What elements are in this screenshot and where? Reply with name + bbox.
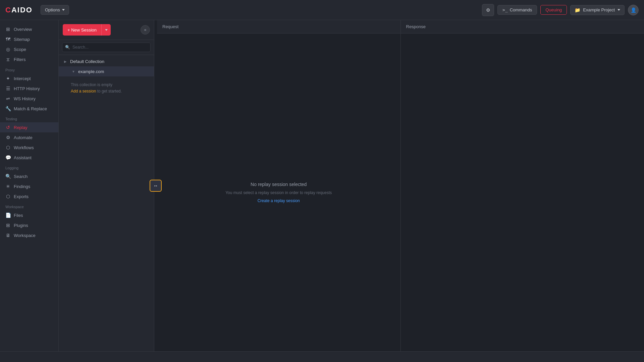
- header-actions: ⚙ >_ Commands Queuing 📁 Example Project …: [482, 4, 639, 16]
- files-icon: 📄: [5, 213, 11, 218]
- intercept-icon: ✦: [5, 76, 11, 81]
- resize-icon: ↔: [153, 183, 158, 188]
- new-session-button[interactable]: + New Session: [63, 24, 101, 36]
- sidebar: ⊞ Overview 🗺 Sitemap ◎ Scope ⧖ Filters P…: [0, 20, 59, 351]
- sidebar-item-findings[interactable]: ✳ Findings: [0, 181, 58, 191]
- plugins-icon: ⊞: [5, 223, 11, 228]
- sidebar-item-workspace[interactable]: 🖥 Workspace: [0, 230, 58, 240]
- scope-icon: ◎: [5, 47, 11, 52]
- new-session-group: + New Session: [63, 24, 111, 36]
- sidebar-item-plugins[interactable]: ⊞ Plugins: [0, 220, 58, 230]
- session-search-input[interactable]: [62, 43, 151, 52]
- expand-icon: ▼: [71, 69, 76, 74]
- new-session-dropdown-button[interactable]: [101, 24, 111, 36]
- collection-item-default[interactable]: ▶ Default Collection: [59, 56, 154, 66]
- replay-icon: ↺: [5, 125, 11, 130]
- response-label: Response: [406, 24, 426, 29]
- main: ⊞ Overview 🗺 Sitemap ◎ Scope ⧖ Filters P…: [0, 20, 644, 351]
- avatar[interactable]: 👤: [628, 5, 639, 15]
- sidebar-item-exports[interactable]: ⬡ Exports: [0, 191, 58, 201]
- sidebar-item-ws-history[interactable]: ⇌ WS History: [0, 94, 58, 104]
- automate-icon: ⚙: [5, 135, 11, 140]
- logo: CAIDO: [5, 6, 33, 14]
- proxy-section-label: Proxy: [0, 65, 58, 73]
- response-panel-header: Response: [401, 20, 644, 34]
- filters-icon: ⧖: [5, 57, 11, 62]
- match-replace-icon: 🔧: [5, 106, 11, 111]
- chevron-down-icon: [618, 9, 620, 11]
- sidebar-item-scope[interactable]: ◎ Scope: [0, 44, 58, 54]
- collapse-icon: «: [144, 27, 147, 32]
- queuing-button[interactable]: Queuing: [540, 5, 567, 15]
- sidebar-item-label: Files: [14, 213, 23, 218]
- sidebar-item-assistant[interactable]: 💬 Assistant: [0, 153, 58, 163]
- chevron-down-icon: [62, 9, 65, 11]
- session-panel: + New Session « 🔍 ▶: [59, 20, 154, 351]
- sidebar-item-overview[interactable]: ⊞ Overview: [0, 24, 58, 34]
- sidebar-item-label: Sitemap: [14, 37, 30, 42]
- sidebar-item-replay[interactable]: ↺ Replay: [0, 122, 58, 132]
- empty-message: This collection is empty Add a session t…: [59, 76, 154, 100]
- search-box: 🔍: [59, 40, 154, 55]
- workspace-section-label: Workspace: [0, 201, 58, 210]
- sidebar-item-intercept[interactable]: ✦ Intercept: [0, 73, 58, 83]
- sidebar-item-label: Plugins: [14, 223, 28, 228]
- overview-icon: ⊞: [5, 26, 11, 32]
- commands-button[interactable]: >_ Commands: [497, 5, 537, 15]
- sidebar-item-match-replace[interactable]: 🔧 Match & Replace: [0, 104, 58, 114]
- sidebar-item-label: Scope: [14, 47, 26, 52]
- sidebar-item-label: Search: [14, 174, 28, 179]
- project-name: Example Project: [583, 7, 615, 12]
- sidebar-item-label: Workspace: [14, 233, 36, 238]
- sidebar-item-label: Automate: [14, 135, 33, 140]
- http-history-icon: ☰: [5, 86, 11, 91]
- sidebar-item-label: WS History: [14, 96, 36, 101]
- sidebar-item-label: HTTP History: [14, 86, 40, 91]
- collections-list: ▶ Default Collection ▼ example.com This …: [59, 55, 154, 351]
- sidebar-item-sitemap[interactable]: 🗺 Sitemap: [0, 34, 58, 44]
- request-label: Request: [162, 24, 178, 29]
- create-replay-session-link[interactable]: Create a replay session: [258, 198, 300, 203]
- sidebar-item-workflows[interactable]: ⬡ Workflows: [0, 142, 58, 153]
- sidebar-item-files[interactable]: 📄 Files: [0, 210, 58, 220]
- settings-icon-button[interactable]: ⚙: [482, 4, 494, 16]
- sidebar-item-filters[interactable]: ⧖ Filters: [0, 54, 58, 65]
- sidebar-item-label: Intercept: [14, 76, 31, 81]
- collapse-button[interactable]: «: [141, 25, 150, 35]
- sidebar-item-label: Assistant: [14, 155, 32, 160]
- bottom-bar: [0, 351, 644, 362]
- panel-resizer[interactable]: ↔: [154, 20, 157, 351]
- collection-name: Default Collection: [70, 59, 104, 64]
- sidebar-item-label: Overview: [14, 27, 32, 32]
- resizer-handle[interactable]: ↔: [150, 180, 162, 192]
- options-button[interactable]: Options: [41, 5, 69, 15]
- empty-message-text: This collection is empty: [71, 82, 112, 87]
- header: CAIDO Options ⚙ >_ Commands Queuing 📁 Ex…: [0, 0, 644, 20]
- session-panel-header: + New Session «: [59, 20, 154, 40]
- sitemap-icon: 🗺: [5, 37, 11, 42]
- add-session-link[interactable]: Add a session: [71, 89, 96, 94]
- sidebar-item-http-history[interactable]: ☰ HTTP History: [0, 83, 58, 94]
- ws-history-icon: ⇌: [5, 96, 11, 101]
- testing-section-label: Testing: [0, 114, 58, 122]
- search-wrap: 🔍: [62, 43, 151, 52]
- search-icon: 🔍: [5, 174, 11, 179]
- sidebar-item-label: Workflows: [14, 145, 34, 150]
- response-panel: Response: [401, 20, 644, 351]
- request-panel: Request No replay session selected You m…: [157, 20, 401, 351]
- empty-suffix: to get started.: [96, 89, 122, 94]
- empty-state-title: No replay session selected: [251, 182, 307, 187]
- exports-icon: ⬡: [5, 194, 11, 199]
- sidebar-item-automate[interactable]: ⚙ Automate: [0, 132, 58, 142]
- findings-icon: ✳: [5, 184, 11, 189]
- sidebar-item-label: Match & Replace: [14, 106, 47, 111]
- project-selector[interactable]: 📁 Example Project: [570, 5, 625, 15]
- sidebar-item-search[interactable]: 🔍 Search: [0, 171, 58, 181]
- subcollection-item-example[interactable]: ▼ example.com: [59, 66, 154, 76]
- request-panel-header: Request: [157, 20, 400, 34]
- logo-text: CAIDO: [5, 6, 33, 14]
- subcollection-name: example.com: [78, 69, 104, 74]
- response-panel-body: [401, 34, 644, 351]
- options-label: Options: [45, 7, 60, 12]
- queuing-label: Queuing: [545, 7, 562, 12]
